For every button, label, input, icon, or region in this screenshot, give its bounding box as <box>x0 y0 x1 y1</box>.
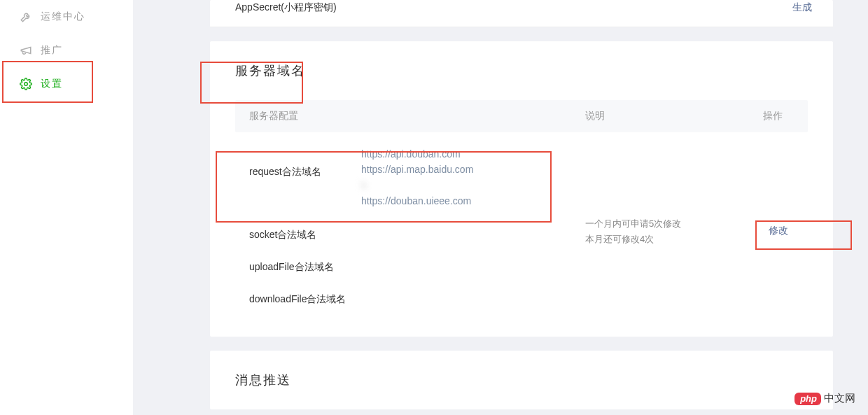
request-domain-values: https://api.douban.com https://api.map.b… <box>361 146 585 209</box>
sidebar-item-promotion[interactable]: 推广 <box>0 34 133 67</box>
sidebar-item-label: 设置 <box>41 78 63 90</box>
svg-point-0 <box>24 83 28 86</box>
card-title-message-push: 消息推送 <box>235 372 808 388</box>
main-content: AppSecret(小程序密钥) 生成 服务器域名 服务器配置 说明 操作 re… <box>133 0 868 415</box>
wrench-icon <box>20 10 32 23</box>
appsecret-row: AppSecret(小程序密钥) 生成 <box>210 0 833 27</box>
download-domain-label: downloadFile合法域名 <box>249 293 361 306</box>
th-action: 操作 <box>752 110 794 122</box>
table-header: 服务器配置 说明 操作 <box>235 100 808 132</box>
sidebar: 运维中心 推广 设置 <box>0 0 133 415</box>
row-request-domain: request合法域名 https://api.douban.com https… <box>235 132 808 219</box>
sidebar-item-settings[interactable]: 设置 <box>0 67 133 101</box>
appsecret-label: AppSecret(小程序密钥) <box>235 1 337 14</box>
table-body: request合法域名 https://api.douban.com https… <box>235 132 808 316</box>
card-message-push: 消息推送 <box>210 351 833 409</box>
sidebar-item-label: 推广 <box>41 44 63 57</box>
sidebar-item-label: 运维中心 <box>41 10 85 23</box>
upload-domain-label: uploadFile合法域名 <box>249 261 361 274</box>
megaphone-icon <box>20 44 32 57</box>
socket-domain-label: socket合法域名 <box>249 229 361 241</box>
th-config: 服务器配置 <box>249 110 585 122</box>
watermark-text: 中文网 <box>824 392 855 405</box>
watermark: php 中文网 <box>794 392 855 405</box>
desc-line1: 一个月内可申请5次修改 <box>585 216 725 232</box>
modify-button[interactable]: 修改 <box>760 220 797 241</box>
domain-value-blurred: h <box>361 178 585 193</box>
card-appsecret: AppSecret(小程序密钥) 生成 <box>210 0 833 27</box>
th-desc: 说明 <box>585 110 752 122</box>
modify-quota-desc: 一个月内可申请5次修改 本月还可修改4次 <box>585 216 725 247</box>
domain-value: https://api.douban.com <box>361 146 585 162</box>
watermark-badge: php <box>794 393 821 405</box>
domain-value: https://douban.uieee.com <box>361 193 585 209</box>
domain-table: 服务器配置 说明 操作 request合法域名 https://api.doub… <box>210 100 833 337</box>
card-title-server-domain: 服务器域名 <box>210 41 833 100</box>
gear-icon <box>20 78 32 90</box>
request-domain-label: request合法域名 <box>249 146 361 178</box>
row-download-domain: downloadFile合法域名 <box>235 283 808 316</box>
domain-value: https://api.map.baidu.com <box>361 162 585 177</box>
generate-link[interactable]: 生成 <box>792 1 812 14</box>
sidebar-item-ops-center[interactable]: 运维中心 <box>0 0 133 34</box>
action-cell: 修改 <box>760 220 797 241</box>
row-upload-domain: uploadFile合法域名 <box>235 251 808 283</box>
desc-line2: 本月还可修改4次 <box>585 232 725 247</box>
card-server-domain: 服务器域名 服务器配置 说明 操作 request合法域名 https://ap… <box>210 41 833 337</box>
